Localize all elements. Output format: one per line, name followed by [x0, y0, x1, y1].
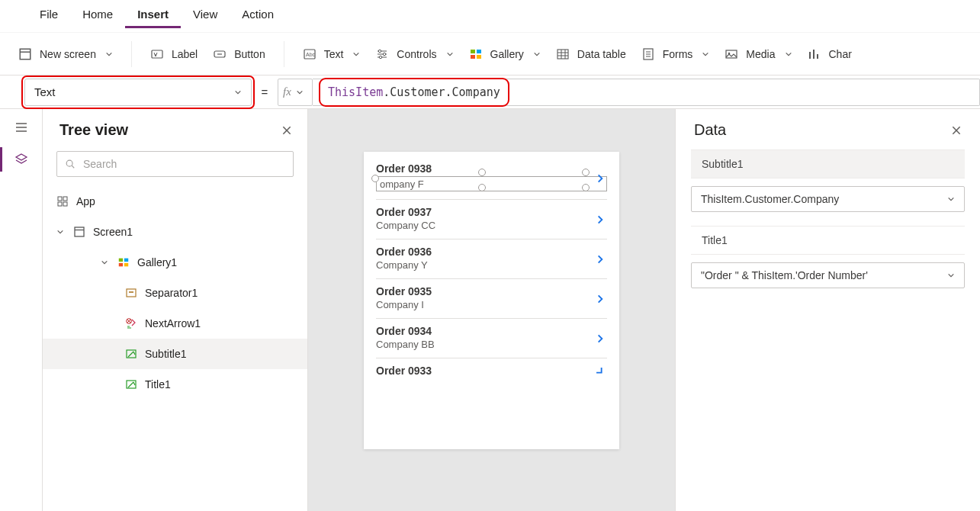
hamburger-icon[interactable]	[14, 120, 29, 135]
screen-icon	[18, 47, 32, 61]
new-screen-button[interactable]: New screen	[11, 41, 120, 67]
gallery-item-subtitle: Company I	[376, 299, 607, 310]
close-icon[interactable]	[951, 125, 962, 136]
controls-icon	[375, 47, 389, 61]
chart-label: Char	[829, 48, 852, 60]
tree-view-icon[interactable]	[14, 152, 29, 167]
canvas-stage[interactable]: Order 0938 ompany F Order 0937 Company C…	[308, 109, 675, 511]
chevron-down-icon	[234, 88, 242, 96]
gallery-item[interactable]: Order 0938 ompany F	[376, 158, 607, 200]
subtitle-control-selected[interactable]: ompany F	[376, 176, 607, 191]
chevron-right-icon[interactable]	[595, 214, 606, 225]
data-field-value[interactable]: "Order " & ThisItem.'Order Number'	[691, 262, 965, 288]
formula-input[interactable]: ThisItem.Customer.Company	[313, 79, 980, 106]
text-label: Text	[324, 48, 344, 60]
label-label: Label	[172, 48, 198, 60]
gallery-item-subtitle: Company BB	[376, 339, 607, 350]
chevron-down-icon	[352, 50, 360, 58]
resize-handle[interactable]	[478, 184, 486, 191]
chart-icon	[808, 47, 821, 61]
controls-label: Controls	[397, 48, 436, 60]
tree-label: Title1	[145, 378, 171, 390]
chevron-right-icon[interactable]	[595, 294, 606, 304]
property-selector[interactable]: Text	[24, 79, 252, 106]
gallery-item-title: Order 0935	[376, 285, 607, 297]
gallery-item-title: Order 0937	[376, 206, 607, 218]
tree-node-separator[interactable]: Separator1	[43, 278, 307, 308]
data-panel-title: Data	[694, 121, 726, 139]
gallery-item-title: Order 0934	[376, 325, 607, 337]
chart-menu-button[interactable]: Char	[800, 41, 860, 67]
search-placeholder: Search	[83, 158, 117, 170]
ribbon: New screen Label Button Text Controls Ga…	[0, 32, 980, 75]
data-field-value-text: "Order " & ThisItem.'Order Number'	[701, 269, 868, 281]
tree-view-title: Tree view	[59, 121, 128, 139]
tree-node-nextarrow[interactable]: NextArrow1	[43, 308, 307, 339]
tree-label: Gallery1	[137, 256, 177, 268]
gallery-item-subtitle: Company CC	[376, 220, 607, 231]
gallery-icon	[117, 256, 130, 268]
tree: App Screen1 Gallery1 Separator1 NextArro…	[43, 186, 307, 511]
resize-handle[interactable]	[371, 175, 379, 182]
forms-icon	[641, 47, 655, 61]
data-field-header[interactable]: Subtitle1	[691, 149, 965, 178]
tree-node-gallery[interactable]: Gallery1	[43, 247, 307, 278]
menu-action[interactable]: Action	[230, 0, 286, 28]
controls-menu-button[interactable]: Controls	[368, 41, 461, 67]
datatable-icon	[556, 47, 570, 61]
resize-handle[interactable]	[478, 169, 486, 176]
forms-menu-button[interactable]: Forms	[634, 41, 718, 67]
data-panel: Data Subtitle1 ThisItem.Customer.Company…	[675, 109, 980, 511]
tree-node-screen[interactable]: Screen1	[43, 217, 307, 247]
data-table-button[interactable]: Data table	[548, 41, 634, 67]
property-name: Text	[34, 85, 56, 98]
gallery-item[interactable]: Order 0936 Company Y	[376, 239, 607, 279]
menu-view[interactable]: View	[181, 0, 230, 28]
tree-view-panel: Tree view Search App Screen1 Gallery1	[43, 109, 308, 511]
chevron-right-icon[interactable]	[595, 333, 606, 344]
text-menu-button[interactable]: Text	[295, 41, 368, 67]
gallery-item[interactable]: Order 0934 Company BB	[376, 319, 607, 358]
gallery-item[interactable]: Order 0935 Company I	[376, 279, 607, 319]
separator-icon	[125, 287, 137, 299]
gallery-menu-button[interactable]: Gallery	[461, 41, 548, 67]
data-table-label: Data table	[577, 48, 626, 60]
nextarrow-icon	[125, 317, 137, 329]
resize-handle[interactable]	[582, 169, 590, 176]
tree-node-app[interactable]: App	[43, 186, 307, 217]
new-screen-label: New screen	[40, 48, 96, 60]
chevron-right-icon[interactable]	[595, 254, 606, 265]
chevron-down-icon	[105, 50, 113, 58]
media-label: Media	[746, 48, 775, 60]
label-button[interactable]: Label	[143, 41, 205, 67]
resize-handle[interactable]	[582, 184, 590, 191]
button-button[interactable]: Button	[205, 41, 272, 67]
fx-button[interactable]: fx	[278, 79, 313, 106]
menu-insert[interactable]: Insert	[125, 0, 181, 28]
data-field-value-text: ThisItem.Customer.Company	[701, 193, 839, 205]
tree-label: Subtitle1	[145, 348, 186, 360]
media-icon	[725, 47, 738, 61]
gallery-label: Gallery	[490, 48, 524, 60]
chevron-down-icon	[947, 195, 955, 203]
left-rail	[0, 109, 43, 511]
search-input[interactable]: Search	[56, 151, 294, 177]
menu-file[interactable]: File	[27, 0, 70, 28]
title-icon	[125, 378, 137, 390]
close-icon[interactable]	[281, 125, 292, 136]
media-menu-button[interactable]: Media	[717, 41, 799, 67]
tree-node-subtitle[interactable]: Subtitle1	[43, 339, 307, 369]
app-screen[interactable]: Order 0938 ompany F Order 0937 Company C…	[364, 152, 619, 449]
chevron-right-icon[interactable]	[595, 173, 606, 184]
data-field-value[interactable]: ThisItem.Customer.Company	[691, 186, 965, 212]
button-label: Button	[234, 48, 265, 60]
gallery-item[interactable]: Order 0933	[376, 358, 607, 384]
tree-node-title[interactable]: Title1	[43, 369, 307, 400]
gallery-item[interactable]: Order 0937 Company CC	[376, 200, 607, 239]
chevron-down-icon	[702, 50, 709, 58]
menu-home[interactable]: Home	[70, 0, 125, 28]
forms-label: Forms	[663, 48, 693, 60]
data-field-header[interactable]: Title1	[691, 226, 965, 255]
gallery-list: Order 0938 ompany F Order 0937 Company C…	[364, 152, 619, 384]
equals-sign: =	[252, 85, 278, 98]
